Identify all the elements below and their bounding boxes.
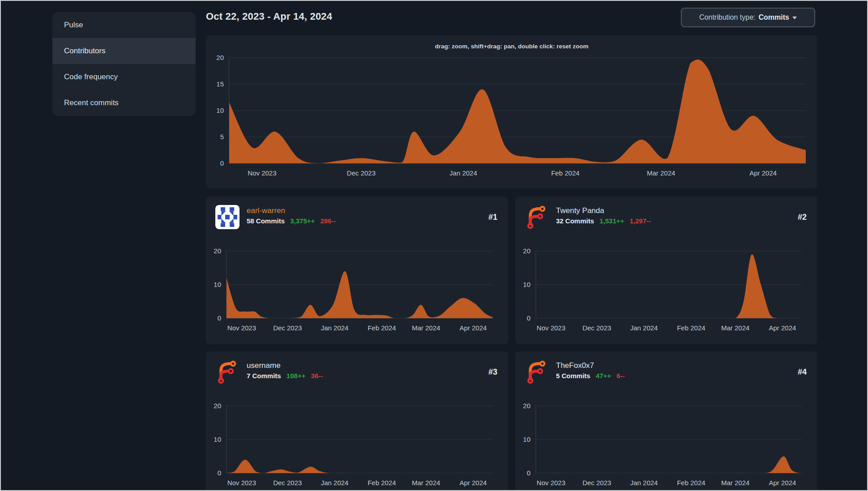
svg-text:Feb 2024: Feb 2024 — [368, 324, 396, 332]
contributor-card: earl-warren 58 Commits 3,375++ 286-- #1 … — [206, 196, 508, 344]
sidebar-item-recent-commits[interactable]: Recent commits — [52, 90, 196, 116]
deletions-count: 36-- — [311, 372, 323, 380]
svg-text:Jan 2024: Jan 2024 — [630, 324, 658, 332]
svg-text:Dec 2023: Dec 2023 — [347, 169, 376, 177]
contributor-card: Twenty Panda 32 Commits 1,531++ 1,297-- … — [515, 196, 817, 344]
contribution-type-dropdown[interactable]: Contribution type: Commits — [681, 8, 815, 27]
commit-count: 58 Commits — [247, 217, 285, 225]
svg-text:Apr 2024: Apr 2024 — [460, 479, 487, 487]
svg-text:20: 20 — [214, 247, 221, 255]
svg-text:Mar 2024: Mar 2024 — [721, 479, 749, 487]
svg-text:10: 10 — [214, 281, 221, 288]
rank-badge: #3 — [488, 367, 497, 377]
svg-text:Apr 2024: Apr 2024 — [749, 169, 777, 177]
contributor-name: username — [247, 361, 323, 370]
svg-text:20: 20 — [523, 247, 530, 255]
svg-text:0: 0 — [220, 159, 224, 167]
svg-text:Mar 2024: Mar 2024 — [412, 479, 440, 487]
contributor-name: Twenty Panda — [556, 206, 651, 215]
contributors-page: Pulse Contributors Code frequency Recent… — [0, 0, 868, 491]
deletions-count: 1,297-- — [629, 217, 651, 225]
svg-text:Mar 2024: Mar 2024 — [412, 324, 440, 332]
svg-text:Apr 2024: Apr 2024 — [769, 479, 796, 487]
contributor-header: username 7 Commits 108++ 36-- #3 — [206, 351, 508, 384]
chart-zoom-hint: drag: zoom, shift+drag: pan, double clic… — [206, 35, 817, 50]
svg-text:Nov 2023: Nov 2023 — [248, 169, 276, 177]
svg-text:Feb 2024: Feb 2024 — [677, 479, 705, 487]
contributor-area-chart[interactable]: 01020Nov 2023Dec 2023Jan 2024Feb 2024Mar… — [515, 390, 817, 491]
svg-text:Jan 2024: Jan 2024 — [630, 479, 658, 487]
svg-text:Nov 2023: Nov 2023 — [227, 479, 256, 487]
svg-text:10: 10 — [214, 435, 221, 443]
contributor-header: earl-warren 58 Commits 3,375++ 286-- #1 — [206, 196, 508, 229]
contributor-header: Twenty Panda 32 Commits 1,531++ 1,297-- … — [515, 196, 817, 229]
overall-activity-area-chart[interactable]: 05101520Nov 2023Dec 2023Jan 2024Feb 2024… — [206, 51, 817, 188]
contributor-stats: 58 Commits 3,375++ 286-- — [247, 217, 336, 225]
additions-count: 108++ — [286, 372, 306, 380]
contributor-area-chart[interactable]: 01020Nov 2023Dec 2023Jan 2024Feb 2024Mar… — [206, 235, 508, 344]
additions-count: 3,375++ — [290, 217, 315, 225]
svg-text:Dec 2023: Dec 2023 — [582, 479, 611, 487]
deletions-count: 286-- — [320, 217, 336, 225]
svg-text:0: 0 — [527, 314, 530, 322]
svg-text:Jan 2024: Jan 2024 — [449, 169, 477, 177]
svg-text:20: 20 — [523, 402, 530, 410]
svg-text:10: 10 — [523, 281, 530, 288]
chevron-down-icon — [792, 17, 797, 19]
rank-badge: #4 — [798, 367, 807, 377]
commit-count: 5 Commits — [556, 372, 590, 380]
sidebar-item-contributors[interactable]: Contributors — [52, 38, 196, 64]
commit-count: 32 Commits — [556, 217, 594, 225]
svg-text:Mar 2024: Mar 2024 — [721, 324, 749, 332]
svg-text:0: 0 — [218, 314, 221, 322]
contributor-stats: 7 Commits 108++ 36-- — [247, 372, 323, 380]
contributor-name: TheFox0x7 — [556, 361, 625, 370]
svg-text:20: 20 — [214, 402, 221, 410]
svg-text:0: 0 — [218, 469, 221, 477]
svg-text:Apr 2024: Apr 2024 — [460, 324, 487, 332]
contributor-name-link[interactable]: earl-warren — [247, 206, 336, 215]
additions-count: 1,531++ — [599, 217, 624, 225]
deletions-count: 6-- — [616, 372, 624, 380]
svg-text:20: 20 — [216, 54, 224, 61]
svg-text:10: 10 — [216, 107, 224, 114]
contributor-header: TheFox0x7 5 Commits 47++ 6-- #4 — [515, 351, 817, 384]
additions-count: 47++ — [596, 372, 611, 380]
contributor-stats: 5 Commits 47++ 6-- — [556, 372, 625, 380]
date-range-title: Oct 22, 2023 - Apr 14, 2024 — [206, 11, 332, 22]
repo-activity-sidebar: Pulse Contributors Code frequency Recent… — [52, 12, 196, 116]
sidebar-item-pulse[interactable]: Pulse — [52, 12, 196, 38]
commit-count: 7 Commits — [247, 372, 281, 380]
forgejo-logo-avatar — [525, 360, 549, 384]
svg-text:Jan 2024: Jan 2024 — [321, 324, 349, 332]
svg-text:Apr 2024: Apr 2024 — [769, 324, 796, 332]
svg-text:Nov 2023: Nov 2023 — [227, 324, 256, 332]
svg-text:15: 15 — [216, 80, 224, 88]
svg-text:Feb 2024: Feb 2024 — [368, 479, 396, 487]
svg-text:Dec 2023: Dec 2023 — [273, 324, 302, 332]
contributor-stats: 32 Commits 1,531++ 1,297-- — [556, 217, 651, 225]
svg-text:Feb 2024: Feb 2024 — [551, 169, 579, 177]
contributor-card: username 7 Commits 108++ 36-- #3 01020No… — [206, 351, 508, 491]
svg-text:0: 0 — [527, 469, 530, 477]
contributor-area-chart[interactable]: 01020Nov 2023Dec 2023Jan 2024Feb 2024Mar… — [206, 390, 508, 491]
svg-text:Mar 2024: Mar 2024 — [647, 169, 675, 177]
svg-text:10: 10 — [523, 435, 530, 443]
forgejo-logo-avatar — [525, 205, 549, 229]
svg-text:5: 5 — [220, 133, 224, 141]
forgejo-logo-avatar — [215, 360, 239, 384]
contribution-type-label: Contribution type: — [699, 13, 755, 21]
rank-badge: #2 — [798, 213, 807, 222]
contributor-area-chart[interactable]: 01020Nov 2023Dec 2023Jan 2024Feb 2024Mar… — [515, 235, 817, 344]
svg-text:Nov 2023: Nov 2023 — [537, 324, 565, 332]
identicon-avatar — [215, 205, 239, 229]
svg-text:Feb 2024: Feb 2024 — [677, 324, 705, 332]
contribution-type-value: Commits — [758, 13, 789, 21]
rank-badge: #1 — [488, 213, 497, 222]
svg-text:Dec 2023: Dec 2023 — [273, 479, 302, 487]
sidebar-item-code-frequency[interactable]: Code frequency — [52, 64, 196, 90]
svg-text:Jan 2024: Jan 2024 — [321, 479, 349, 487]
svg-text:Dec 2023: Dec 2023 — [582, 324, 611, 332]
svg-text:Nov 2023: Nov 2023 — [537, 479, 565, 487]
overall-activity-card: drag: zoom, shift+drag: pan, double clic… — [206, 35, 817, 188]
